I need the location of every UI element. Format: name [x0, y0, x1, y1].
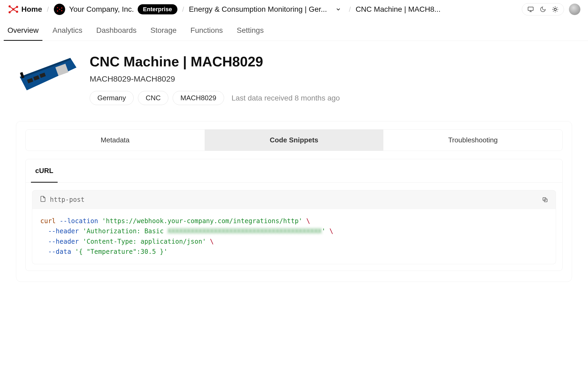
code-token: curl [40, 217, 56, 225]
breadcrumb-device[interactable]: CNC Machine | MACH8... [356, 5, 440, 14]
moon-icon[interactable] [539, 6, 547, 13]
svg-point-7 [59, 9, 60, 10]
main-nav-tabs: Overview Analytics Dashboards Storage Fu… [0, 19, 588, 41]
breadcrumb-separator: / [45, 5, 50, 14]
code-token: --header [48, 238, 79, 245]
device-chip-row: Germany CNC MACH8029 Last data received … [90, 91, 340, 105]
svg-line-20 [553, 11, 554, 11]
sun-icon[interactable] [551, 6, 559, 13]
code-snippet-title: http-post [50, 196, 85, 203]
nav-tab-storage[interactable]: Storage [150, 26, 177, 41]
last-data-received: Last data received 8 months ago [232, 94, 340, 102]
code-token: '{ "Temperature":30.5 }' [75, 248, 168, 255]
code-snippet-body[interactable]: curl --location 'https://webhook.your-co… [32, 209, 556, 264]
svg-line-17 [557, 11, 557, 11]
home-link[interactable]: Home [7, 4, 42, 15]
home-label: Home [21, 5, 42, 14]
breadcrumb-org[interactable]: Your Company, Inc. Enterprise [54, 3, 177, 15]
device-title: CNC Machine | MACH8029 [90, 54, 340, 70]
panel-segment-tabs: Metadata Code Snippets Troubleshooting [25, 129, 563, 151]
nav-tab-dashboards[interactable]: Dashboards [96, 26, 137, 41]
org-avatar-icon [54, 3, 65, 15]
brand-logo-icon [7, 4, 19, 15]
enterprise-badge: Enterprise [138, 4, 177, 14]
nav-tab-overview[interactable]: Overview [7, 26, 39, 41]
code-token: \ [210, 238, 214, 245]
seg-tab-troubleshooting[interactable]: Troubleshooting [383, 130, 562, 151]
copy-icon[interactable] [542, 196, 548, 203]
svg-line-21 [557, 7, 557, 8]
detail-panel: Metadata Code Snippets Troubleshooting c… [16, 121, 572, 282]
breadcrumb-separator: / [347, 5, 352, 14]
device-image [16, 54, 80, 96]
theme-switcher [522, 3, 564, 15]
org-name: Your Company, Inc. [69, 5, 134, 14]
code-token: 'Content-Type: application/json' [83, 238, 206, 245]
code-token: 'https://webhook.your-company.com/integr… [102, 217, 302, 225]
tag-chip[interactable]: MACH8029 [173, 91, 224, 105]
breadcrumb-project[interactable]: Energy & Consumption Monitoring | Ger... [189, 5, 327, 14]
code-token: --header [48, 227, 79, 235]
file-icon [40, 196, 46, 204]
code-subtab-curl[interactable]: cURL [32, 159, 57, 182]
code-token: 'Authorization: Basic [83, 227, 168, 235]
code-snippet-header: http-post [32, 190, 556, 209]
svg-point-6 [57, 10, 58, 12]
code-token: ' [322, 227, 325, 235]
seg-tab-code-snippets[interactable]: Code Snippets [205, 130, 384, 151]
code-token: --location [59, 217, 98, 225]
tag-chip[interactable]: Germany [90, 91, 134, 105]
svg-line-16 [553, 7, 554, 8]
svg-point-5 [57, 7, 58, 8]
svg-rect-10 [528, 7, 533, 10]
svg-point-8 [61, 7, 62, 9]
tag-chip[interactable]: CNC [138, 91, 168, 105]
seg-tab-metadata[interactable]: Metadata [26, 130, 205, 151]
code-token-masked-secret: XXXXXXXXXXXXXXXXXXXXXXXXXXXXXXXXXXXXXXXX [168, 227, 322, 235]
code-token: \ [329, 227, 333, 235]
code-token: --data [48, 248, 71, 255]
code-token: \ [306, 217, 310, 225]
svg-point-9 [61, 10, 62, 11]
nav-tab-settings[interactable]: Settings [237, 26, 264, 41]
device-header: CNC Machine | MACH8029 MACH8029-MACH8029… [0, 41, 588, 110]
device-subtitle: MACH8029-MACH8029 [90, 74, 340, 83]
chevron-down-icon[interactable] [332, 3, 344, 15]
nav-tab-functions[interactable]: Functions [190, 26, 223, 41]
code-snippet-card: cURL http-post curl --location 'https://… [25, 159, 563, 271]
nav-tab-analytics[interactable]: Analytics [53, 26, 82, 41]
monitor-icon[interactable] [527, 6, 534, 13]
code-language-tabs: cURL [26, 159, 562, 183]
breadcrumb-separator: / [181, 5, 186, 14]
svg-point-13 [554, 8, 557, 11]
user-avatar[interactable] [569, 3, 581, 15]
top-breadcrumb-bar: Home / Your Company, Inc. Enterprise / E… [0, 0, 588, 19]
